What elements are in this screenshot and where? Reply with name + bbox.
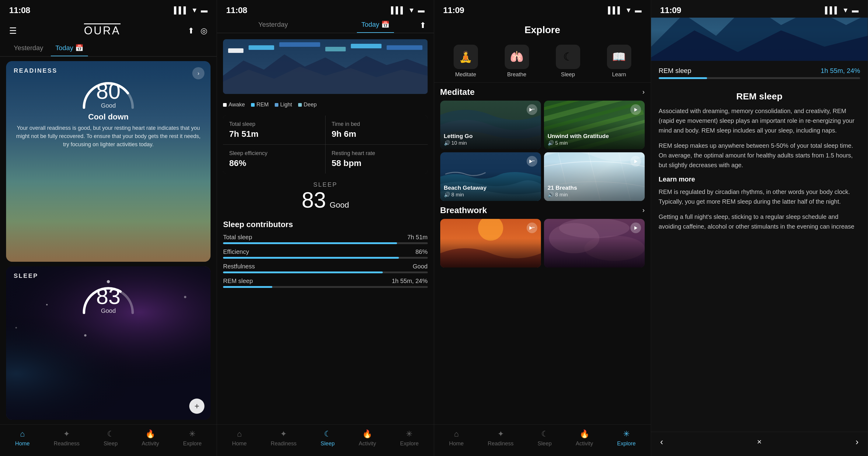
breathwork-play-1[interactable]: [527, 223, 537, 233]
nav-home-label: Home: [15, 441, 30, 447]
card-content-3: Beach Getaway 🔊 8 min: [444, 185, 537, 198]
rem-bottom-nav: ‹ × ›: [651, 432, 868, 456]
meditate-icon-circle: 🧘: [454, 45, 478, 69]
meditation-duration-2: 🔊 5 min: [548, 140, 641, 146]
rem-bar-value: 1h 55m, 24%: [820, 67, 860, 75]
tab-yesterday-2[interactable]: Yesterday: [254, 18, 292, 33]
nav-activity-label-1: Activity: [142, 441, 159, 447]
wifi-icon-2: ▼: [408, 6, 415, 14]
nav-activity-2[interactable]: 🔥 Activity: [359, 429, 376, 447]
nav-sleep-2[interactable]: ☾ Sleep: [321, 429, 335, 447]
sleep-efficiency-value: 86%: [229, 158, 319, 168]
play-btn-3[interactable]: [527, 156, 537, 167]
breathwork-card-2[interactable]: [544, 219, 645, 267]
readiness-arrow-btn[interactable]: ›: [192, 67, 205, 79]
play-btn-2[interactable]: [630, 104, 641, 115]
nav-activity-3[interactable]: 🔥 Activity: [576, 429, 593, 447]
share-btn-2[interactable]: ⬆: [420, 21, 426, 30]
play-btn-4[interactable]: [630, 156, 641, 167]
bottom-navigation-3: ⌂ Home ✦ Readiness ☾ Sleep 🔥 Activity ✳ …: [434, 424, 651, 456]
total-sleep-value: 7h 51m: [229, 129, 319, 139]
plus-button[interactable]: +: [189, 398, 205, 414]
meditate-arrow[interactable]: ›: [642, 88, 644, 96]
nav-sleep-1[interactable]: ☾ Sleep: [104, 429, 118, 447]
nav-home-3[interactable]: ⌂ Home: [449, 429, 464, 447]
contributor-total-sleep: Total sleep 7h 51m: [223, 234, 428, 244]
status-bar-4: 11:09 ▌▌▌ ▼ ▬: [651, 0, 868, 18]
nav-home-2[interactable]: ⌂ Home: [232, 429, 247, 447]
hamburger-icon[interactable]: ☰: [9, 26, 17, 36]
nav-explore-1[interactable]: ✳ Explore: [183, 429, 202, 447]
share-icon[interactable]: ⬆: [188, 26, 194, 36]
breathe-icon-circle: 🫁: [505, 45, 529, 69]
time-in-bed-value: 9h 6m: [332, 129, 422, 139]
tab-today-2[interactable]: Today 📅: [357, 18, 394, 33]
meditation-unwind[interactable]: Unwind with Gratitude 🔊 5 min: [544, 101, 645, 149]
legend-deep: Deep: [298, 101, 317, 108]
total-sleep-stat: Total sleep 7h 51m: [223, 116, 325, 144]
meditation-21breaths[interactable]: 21 Breaths 🔊 8 min: [544, 152, 645, 201]
legend-dot-light: [275, 103, 278, 107]
sleep-icon-3: ☾: [541, 429, 548, 439]
svg-rect-11: [228, 48, 243, 53]
prev-arrow-btn[interactable]: ‹: [660, 436, 663, 447]
explore-icon-3: ✳: [623, 429, 630, 439]
next-arrow-btn[interactable]: ›: [856, 436, 859, 447]
settings-icon[interactable]: ◎: [200, 26, 208, 36]
contrib-val-0: 7h 51m: [407, 234, 428, 241]
svg-marker-31: [634, 160, 638, 163]
readiness-heading: Cool down: [88, 112, 129, 122]
status-icons-3: ▌▌▌ ▼ ▬: [608, 6, 642, 14]
total-sleep-label: Total sleep: [229, 121, 319, 127]
contributor-efficiency: Efficiency 86%: [223, 248, 428, 259]
breathwork-play-2[interactable]: [630, 223, 641, 233]
breathwork-card-1[interactable]: [440, 219, 541, 267]
legend-light: Light: [275, 101, 292, 108]
nav-readiness-3[interactable]: ✦ Readiness: [488, 429, 514, 447]
nav-readiness[interactable]: ✦ Readiness: [54, 429, 80, 447]
readiness-card[interactable]: READINESS › 80 Good Cool down Your overa…: [6, 61, 211, 262]
nav-activity-1[interactable]: 🔥 Activity: [142, 429, 159, 447]
play-btn-1[interactable]: [527, 104, 537, 115]
explore-breathe[interactable]: 🫁 Breathe: [505, 45, 529, 78]
nav-sleep-3[interactable]: ☾ Sleep: [537, 429, 552, 447]
svg-point-8: [16, 327, 17, 328]
sleep-efficiency-label: Sleep efficiency: [229, 150, 319, 157]
rem-body-text-1: Associated with dreaming, memory consoli…: [659, 106, 860, 135]
sleep-score-label: SLEEP: [223, 181, 428, 188]
meditation-letting-go[interactable]: Letting Go 🔊 10 min: [440, 101, 541, 149]
explore-meditate[interactable]: 🧘 Meditate: [454, 45, 478, 78]
nav-readiness-label: Readiness: [54, 441, 80, 447]
activity-icon-1: 🔥: [146, 429, 155, 439]
rem-body: Associated with dreaming, memory consoli…: [659, 106, 860, 426]
signal-icon: ▌▌▌: [174, 6, 188, 14]
tab-today[interactable]: Today 📅: [51, 42, 88, 56]
tab-yesterday[interactable]: Yesterday: [9, 42, 48, 56]
contributor-restfulness: Restfulness Good: [223, 263, 428, 273]
nav-explore-2[interactable]: ✳ Explore: [400, 429, 418, 447]
explore-learn[interactable]: 📖 Learn: [607, 45, 631, 78]
rem-bar-header: REM sleep 1h 55m, 24%: [659, 67, 860, 75]
contrib-name-0: Total sleep: [223, 234, 252, 241]
nav-readiness-2[interactable]: ✦ Readiness: [271, 429, 297, 447]
nav-home[interactable]: ⌂ Home: [15, 429, 30, 447]
breathwork-arrow[interactable]: ›: [642, 206, 644, 214]
meditation-title-4: 21 Breaths: [548, 185, 641, 192]
breathwork-section-header: Breathwork ›: [440, 205, 645, 215]
battery-icon: ▬: [201, 6, 208, 14]
close-btn[interactable]: ×: [757, 437, 762, 447]
sleep-nav-tabs: 11:08 ▌▌▌ ▼ ▬ Yesterday Today 📅 ⬆: [217, 0, 434, 33]
screen-rem-detail: 11:09 ▌▌▌ ▼ ▬: [651, 0, 868, 456]
sleep-card-preview[interactable]: SLEEP: [6, 266, 211, 420]
meditation-beach[interactable]: Beach Getaway 🔊 8 min: [440, 152, 541, 201]
screen-explore: 11:09 ▌▌▌ ▼ ▬ Explore 🧘 Meditate 🫁 Breat…: [434, 0, 651, 456]
wifi-icon: ▼: [191, 6, 198, 14]
nav-explore-3[interactable]: ✳ Explore: [617, 429, 636, 447]
card-content-4: 21 Breaths 🔊 8 min: [548, 185, 641, 198]
sleep-score-section: SLEEP 83 Good: [223, 178, 428, 215]
home-content: READINESS › 80 Good Cool down Your overa…: [0, 57, 217, 424]
nav-sleep-label-1: Sleep: [104, 441, 118, 447]
contrib-name-3: REM sleep: [223, 278, 253, 285]
status-icons-4: ▌▌▌ ▼ ▬: [825, 6, 859, 14]
explore-sleep-cat[interactable]: ☾ Sleep: [556, 45, 580, 78]
